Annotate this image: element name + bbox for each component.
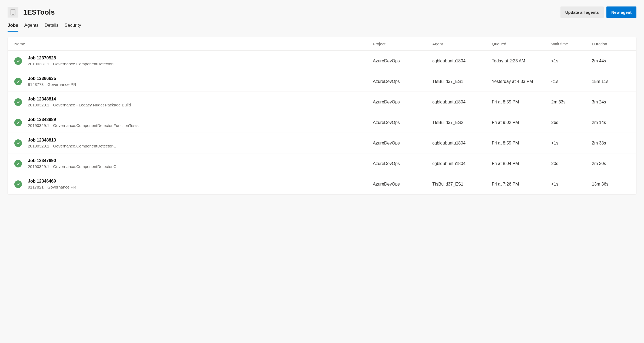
- job-subtext: 20190329.1Governance.ComponentDetector.C…: [28, 164, 373, 169]
- job-name: Job 12348813: [28, 138, 373, 143]
- tab-jobs[interactable]: Jobs: [8, 23, 18, 32]
- name-cell: Job 1234881320190329.1Governance.Compone…: [28, 138, 373, 148]
- job-name: Job 12370528: [28, 56, 373, 60]
- cell-wait-time: 26s: [551, 120, 592, 125]
- status-cell: [14, 119, 28, 126]
- cell-queued: Today at 2:23 AM: [492, 59, 551, 63]
- cell-agent: cgbldubuntu1804: [432, 161, 492, 166]
- success-check-icon: [14, 57, 22, 65]
- cell-project: AzureDevOps: [373, 79, 432, 84]
- name-cell: Job 1234881420190329.1Governance - Legac…: [28, 97, 373, 107]
- cell-queued: Yesterday at 4:33 PM: [492, 79, 551, 84]
- job-pipeline-name: Governance.ComponentDetector.CI: [53, 164, 117, 169]
- job-name: Job 12346469: [28, 179, 373, 184]
- page-header: 1ESTools Update all agents New agent: [8, 6, 636, 18]
- success-check-icon: [14, 139, 22, 147]
- header-buttons: Update all agents New agent: [560, 6, 636, 18]
- cell-project: AzureDevOps: [373, 100, 432, 105]
- cell-duration: 3m 24s: [592, 100, 630, 105]
- col-header-name[interactable]: Name: [14, 42, 373, 46]
- cell-queued: Fri at 8:59 PM: [492, 100, 551, 105]
- status-cell: [14, 139, 28, 147]
- name-cell: Job 1237052820190331.1Governance.Compone…: [28, 56, 373, 66]
- jobs-panel: Name Project Agent Queued Wait time Dura…: [8, 37, 636, 194]
- table-row[interactable]: Job 1237052820190331.1Governance.Compone…: [8, 51, 636, 71]
- cell-agent: cgbldubuntu1804: [432, 100, 492, 105]
- col-header-queued[interactable]: Queued: [492, 42, 551, 46]
- job-pipeline-name: Governance - Legacy Nuget Package Build: [53, 103, 131, 107]
- cell-agent: TfsBuild37_ES1: [432, 79, 492, 84]
- job-subtext: 20190329.1Governance.ComponentDetector.C…: [28, 144, 373, 148]
- job-build-number: 20190331.1: [28, 62, 49, 66]
- job-subtext: 9117821Governance.PR: [28, 185, 373, 189]
- page-title: 1ESTools: [23, 8, 55, 16]
- cell-duration: 2m 38s: [592, 141, 630, 146]
- name-cell: Job 1234769020190329.1Governance.Compone…: [28, 158, 373, 169]
- success-check-icon: [14, 160, 22, 167]
- status-cell: [14, 160, 28, 167]
- job-name: Job 12366635: [28, 76, 373, 81]
- cell-duration: 15m 11s: [592, 79, 630, 84]
- page-content: 1ESTools Update all agents New agent Job…: [0, 0, 644, 194]
- cell-duration: 2m 30s: [592, 161, 630, 166]
- job-name: Job 12347690: [28, 158, 373, 163]
- job-name: Job 12348814: [28, 97, 373, 102]
- cell-agent: TfsBuild37_ES1: [432, 182, 492, 187]
- name-cell: Job 123666359143773Governance.PR: [28, 76, 373, 87]
- success-check-icon: [14, 119, 22, 126]
- status-cell: [14, 180, 28, 188]
- name-cell: Job 123464699117821Governance.PR: [28, 179, 373, 189]
- table-row[interactable]: Job 123464699117821Governance.PRAzureDev…: [8, 174, 636, 194]
- status-cell: [14, 78, 28, 85]
- job-pipeline-name: Governance.PR: [47, 185, 76, 189]
- header-left: 1ESTools: [8, 7, 55, 18]
- job-subtext: 20190329.1Governance.ComponentDetector.F…: [28, 123, 373, 128]
- tab-agents[interactable]: Agents: [24, 23, 39, 32]
- table-row[interactable]: Job 1234881320190329.1Governance.Compone…: [8, 133, 636, 153]
- table-row[interactable]: Job 1234898920190329.1Governance.Compone…: [8, 112, 636, 133]
- status-cell: [14, 98, 28, 106]
- status-cell: [14, 57, 28, 65]
- col-header-project[interactable]: Project: [373, 42, 432, 46]
- cell-agent: cgbldubuntu1804: [432, 141, 492, 146]
- job-build-number: 20190329.1: [28, 123, 49, 128]
- table-row[interactable]: Job 1234769020190329.1Governance.Compone…: [8, 153, 636, 174]
- job-build-number: 9143773: [28, 82, 44, 87]
- cell-wait-time: 20s: [551, 161, 592, 166]
- cell-project: AzureDevOps: [373, 161, 432, 166]
- cell-duration: 13m 36s: [592, 182, 630, 187]
- name-cell: Job 1234898920190329.1Governance.Compone…: [28, 117, 373, 128]
- job-pipeline-name: Governance.ComponentDetector.CI: [53, 62, 117, 66]
- cell-project: AzureDevOps: [373, 141, 432, 146]
- success-check-icon: [14, 180, 22, 188]
- table-header: Name Project Agent Queued Wait time Dura…: [8, 37, 636, 51]
- agent-pool-icon: [8, 7, 18, 18]
- cell-agent: TfsBuild37_ES2: [432, 120, 492, 125]
- job-pipeline-name: Governance.ComponentDetector.CI: [53, 144, 117, 148]
- tab-security[interactable]: Security: [65, 23, 81, 32]
- table-row[interactable]: Job 123666359143773Governance.PRAzureDev…: [8, 71, 636, 92]
- jobs-body: Job 1237052820190331.1Governance.Compone…: [8, 51, 636, 194]
- job-build-number: 20190329.1: [28, 164, 49, 169]
- job-build-number: 20190329.1: [28, 103, 49, 107]
- new-agent-button[interactable]: New agent: [606, 6, 636, 18]
- job-name: Job 12348989: [28, 117, 373, 122]
- tab-details[interactable]: Details: [45, 23, 59, 32]
- col-header-duration[interactable]: Duration: [592, 42, 630, 46]
- update-all-agents-button[interactable]: Update all agents: [560, 6, 604, 18]
- col-header-wait-time[interactable]: Wait time: [551, 42, 592, 46]
- job-build-number: 9117821: [28, 185, 44, 189]
- cell-project: AzureDevOps: [373, 59, 432, 63]
- cell-wait-time: <1s: [551, 182, 592, 187]
- job-pipeline-name: Governance.PR: [47, 82, 76, 87]
- cell-agent: cgbldubuntu1804: [432, 59, 492, 63]
- cell-project: AzureDevOps: [373, 182, 432, 187]
- success-check-icon: [14, 78, 22, 85]
- cell-wait-time: <1s: [551, 79, 592, 84]
- cell-queued: Fri at 7:26 PM: [492, 182, 551, 187]
- col-header-agent[interactable]: Agent: [432, 42, 492, 46]
- job-subtext: 20190331.1Governance.ComponentDetector.C…: [28, 62, 373, 66]
- table-row[interactable]: Job 1234881420190329.1Governance - Legac…: [8, 92, 636, 112]
- job-subtext: 20190329.1Governance - Legacy Nuget Pack…: [28, 103, 373, 107]
- tab-bar: Jobs Agents Details Security: [8, 23, 636, 32]
